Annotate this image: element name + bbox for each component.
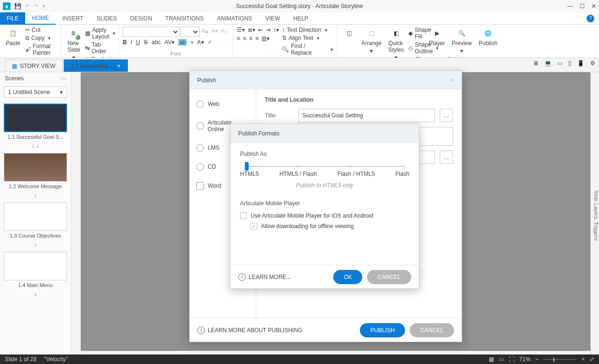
desktop-view-icon[interactable]: 🖥 [533,60,539,67]
zoom-out-button[interactable]: − [535,356,539,363]
indent-button[interactable]: ⇥ [266,27,271,33]
text-direction-button[interactable]: ↕Text Direction ▾ [282,27,333,33]
align-left-button[interactable]: ≡ [237,35,240,42]
phone-view-icon[interactable]: 📱 [577,60,584,67]
learn-more-publishing-link[interactable]: iLEARN MORE ABOUT PUBLISHING [197,326,302,334]
extra-more-button[interactable]: … [440,151,453,164]
cut-button[interactable]: ✂Cut [25,27,58,33]
title-input[interactable] [298,109,435,122]
publish-section-title: Title and Location [265,96,453,103]
tab-file[interactable]: FILE [0,12,25,25]
help-icon[interactable]: ? [587,15,594,22]
line-spacing-button[interactable]: ↕▾ [273,27,279,33]
tab-slides[interactable]: SLIDES [90,12,124,25]
tab-design[interactable]: DESIGN [124,12,159,25]
spell-check-icon[interactable]: ✓ [208,39,213,46]
bullets-button[interactable]: ☰▾ [237,27,245,33]
format-slider[interactable] [245,166,405,167]
right-rail-tab[interactable]: Slide Layers, Triggers [590,72,599,354]
align-text-button[interactable]: ⇅Align Text ▾ [282,35,333,41]
amp-offline-checkbox[interactable] [251,223,257,230]
scene-selector[interactable]: 1 Untitled Scene▾ [4,86,67,98]
quick-styles-button[interactable]: ◧Quick Styles▾ [386,27,406,62]
apply-layout-button[interactable]: ▦Apply Layout ▾ [85,27,116,40]
font-color-button[interactable]: A▾ [197,39,204,46]
tab-home[interactable]: HOME [25,12,56,25]
justify-button[interactable]: ≡ [255,35,259,42]
fit-icon[interactable]: ⤢ [589,356,594,363]
status-theme: "Velocity" [44,356,68,363]
close-tab-icon[interactable]: ✕ [117,64,121,68]
publish-dialog-close-icon[interactable]: ✕ [449,77,454,84]
zoom-level[interactable]: 71% [519,356,531,363]
strike-button[interactable]: S [144,39,148,46]
align-center-button[interactable]: ≡ [243,35,246,42]
outline-icon: ◇ [408,45,413,51]
tablet-portrait-icon[interactable]: ▯ [568,60,571,67]
minimize-icon[interactable]: — [567,3,573,10]
publish-confirm-button[interactable]: PUBLISH [360,323,405,337]
bold-button[interactable]: B [123,39,127,46]
tab-insert[interactable]: INSERT [56,12,90,25]
align-right-button[interactable]: ≡ [249,35,252,42]
publish-target-web[interactable]: Web [190,95,256,114]
zoom-slider[interactable] [543,359,577,360]
tab-animations[interactable]: ANIMATIONS [211,12,259,25]
shapes-gallery[interactable]: ◫ [341,27,357,40]
increase-font-icon[interactable]: A▴ [201,27,209,37]
tablet-landscape-icon[interactable]: ▭ [557,60,562,67]
maximize-icon[interactable]: ☐ [580,3,585,10]
font-size-select[interactable] [181,27,200,37]
learn-more-formats-link[interactable]: iLEARN MORE... [238,273,291,281]
tab-transitions[interactable]: TRANSITIONS [159,12,211,25]
tab-view[interactable]: VIEW [259,12,287,25]
slide-tab[interactable]: 1.1 Successful ...✕ [64,59,128,72]
story-view-tab[interactable]: ▦STORY VIEW [5,59,63,72]
text-direction-icon: ↕ [282,27,285,33]
outdent-button[interactable]: ⇤ [258,27,263,33]
scenes-panel-menu-icon[interactable]: ▭ [61,75,66,82]
arrange-button[interactable]: ⬚Arrange▾ [359,27,384,55]
slide-thumb-3[interactable]: 1.3 Course Objectives↓ [4,202,67,248]
slide-thumb-4[interactable]: 1.4 Main Menu↓ [4,252,67,297]
highlight-button[interactable]: ab [178,39,186,46]
italic-button[interactable]: I [131,39,132,46]
format-painter-button[interactable]: 🖌Format Painter [25,43,58,56]
copy-button[interactable]: ⧉Copy ▾ [25,35,58,41]
amp-use-checkbox[interactable] [240,212,247,219]
slide-thumb-2[interactable]: 1.2 Welcome Message↓ [4,153,67,199]
window-title: Successful Goal Setting.story - Articula… [0,3,599,10]
laptop-view-icon[interactable]: 💻 [544,60,551,67]
font-family-select[interactable] [123,27,180,37]
view-normal-icon[interactable]: ▭ [499,356,504,363]
view-grid-icon[interactable]: ▦ [489,356,494,363]
publish-button[interactable]: 🌐Publish [477,27,499,48]
underline-button[interactable]: U [136,39,140,46]
settings-view-icon[interactable]: ⚙ [590,60,595,67]
formats-cancel-button[interactable]: CANCEL [367,270,411,284]
slider-thumb[interactable] [245,162,249,171]
tab-order-icon: ↹ [85,45,90,51]
columns-button[interactable]: ▥▾ [261,35,270,42]
char-spacing-button[interactable]: AV▾ [164,39,174,46]
fit-to-window-icon[interactable]: ⛶ [509,356,514,363]
decrease-font-icon[interactable]: A▾ [210,27,219,37]
player-button[interactable]: ▶Player [427,27,447,48]
menu-bar: FILE HOME INSERT SLIDES DESIGN TRANSITIO… [0,12,599,25]
close-icon[interactable]: ✕ [591,3,596,10]
zoom-in-button[interactable]: + [581,356,585,363]
title-more-button[interactable]: … [440,109,453,122]
tab-order-button[interactable]: ↹Tab Order [85,41,116,55]
clear-format-icon[interactable]: Aₓ [220,27,228,37]
find-replace-button[interactable]: 🔍Find / Replace ▾ [282,43,333,56]
shadow-button[interactable]: abc [152,39,161,46]
new-slide-button[interactable]: 🗎+ New Slide▾ [66,27,82,62]
option-flash: Flash [396,171,409,177]
numbering-button[interactable]: ≣▾ [248,27,255,33]
tab-help[interactable]: HELP [287,12,315,25]
formats-ok-button[interactable]: OK [333,270,362,284]
publish-cancel-button[interactable]: CANCEL [410,323,454,337]
preview-button[interactable]: 🔍Preview▾ [450,27,474,55]
paste-button[interactable]: 📋 Paste [4,27,22,48]
slide-thumb-1[interactable]: 1.1 Successful Goal S...↓ ↓ [4,104,67,149]
